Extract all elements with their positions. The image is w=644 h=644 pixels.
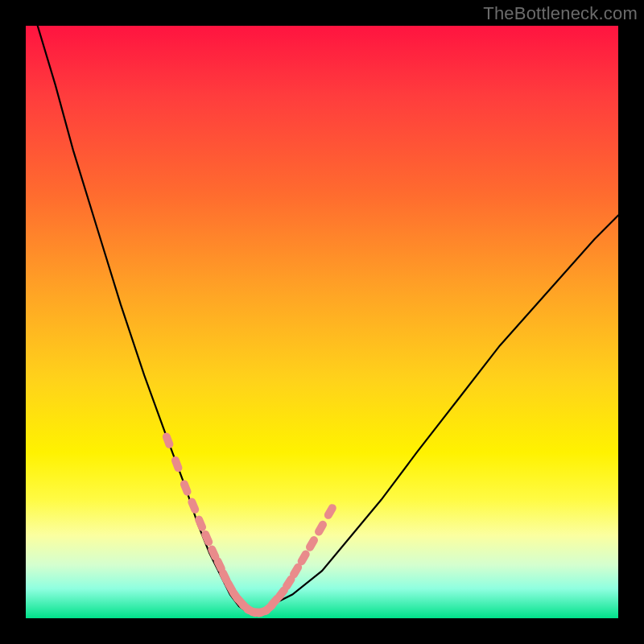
watermark-text: TheBottleneck.com (483, 3, 638, 24)
plot-gradient-background (26, 26, 618, 618)
plot-frame (26, 26, 618, 618)
